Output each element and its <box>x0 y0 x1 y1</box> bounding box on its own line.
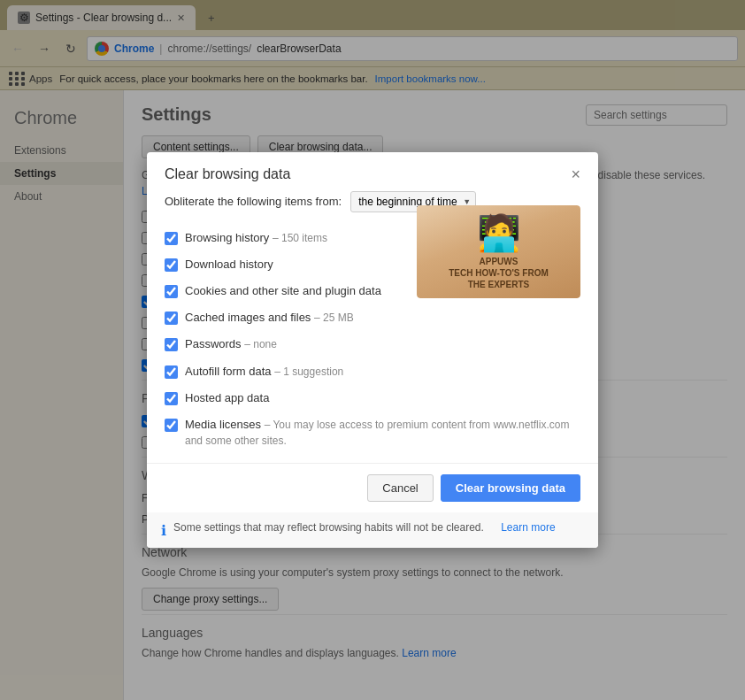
checkbox-row-4: Passwords – none <box>165 331 580 358</box>
checkbox-detail-3: – 25 MB <box>314 312 354 324</box>
checkbox-row-3: Cached images and files – 25 MB <box>165 304 580 331</box>
checkbox-passwords[interactable] <box>165 338 178 351</box>
appuws-figure: 🧑‍💻 <box>477 212 521 254</box>
checkbox-label-2: Cookies and other site and plugin data <box>185 284 381 297</box>
checkbox-autofill[interactable] <box>165 365 178 379</box>
dialog-header: Clear browsing data × <box>147 152 598 191</box>
checkbox-detail-0: – 150 items <box>273 232 327 244</box>
modal-overlay: 🧑‍💻 APPUWSTECH HOW-TO'S FROMTHE EXPERTS … <box>0 0 745 700</box>
clear-browsing-dialog: 🧑‍💻 APPUWSTECH HOW-TO'S FROMTHE EXPERTS … <box>147 152 598 549</box>
appuws-text: APPUWSTECH HOW-TO'S FROMTHE EXPERTS <box>449 256 549 290</box>
cancel-btn[interactable]: Cancel <box>367 474 433 502</box>
checkbox-label-4: Passwords <box>185 337 242 350</box>
checkbox-cached[interactable] <box>165 312 178 325</box>
checkbox-row-5: Autofill form data – 1 suggestion <box>165 358 580 385</box>
checkbox-label-0: Browsing history <box>185 231 269 244</box>
checkbox-label-5: Autofill form data <box>185 365 272 378</box>
checkbox-detail-4: – none <box>244 338 277 350</box>
appuws-watermark: 🧑‍💻 APPUWSTECH HOW-TO'S FROMTHE EXPERTS <box>417 205 580 298</box>
checkbox-detail-5: – 1 suggestion <box>274 365 343 378</box>
checkbox-label-7: Media licenses <box>185 418 261 431</box>
obliterate-label: Obliterate the following items from: <box>165 195 342 208</box>
checkbox-media-licenses[interactable] <box>165 419 178 432</box>
checkbox-label-1: Download history <box>185 258 273 271</box>
info-learn-more-link[interactable]: Learn more <box>501 521 555 534</box>
info-icon: ℹ <box>161 522 166 539</box>
dialog-close-btn[interactable]: × <box>571 166 580 182</box>
checkbox-download-history[interactable] <box>165 258 178 272</box>
dialog-footer: Cancel Clear browsing data <box>147 463 598 512</box>
checkbox-row-7: Media licenses – You may lose access to … <box>165 412 580 454</box>
info-text: Some settings that may reflect browsing … <box>173 521 484 534</box>
checkbox-label-6: Hosted app data <box>185 391 269 404</box>
dialog-info-bar: ℹ Some settings that may reflect browsin… <box>147 512 598 548</box>
checkbox-cookies[interactable] <box>165 285 178 298</box>
dialog-title: Clear browsing data <box>165 166 290 182</box>
checkbox-label-3: Cached images and files <box>185 311 311 324</box>
clear-browsing-data-btn[interactable]: Clear browsing data <box>441 474 580 502</box>
checkbox-row-6: Hosted app data <box>165 385 580 412</box>
checkbox-hosted-app[interactable] <box>165 392 178 405</box>
checkbox-browsing-history[interactable] <box>165 232 178 245</box>
